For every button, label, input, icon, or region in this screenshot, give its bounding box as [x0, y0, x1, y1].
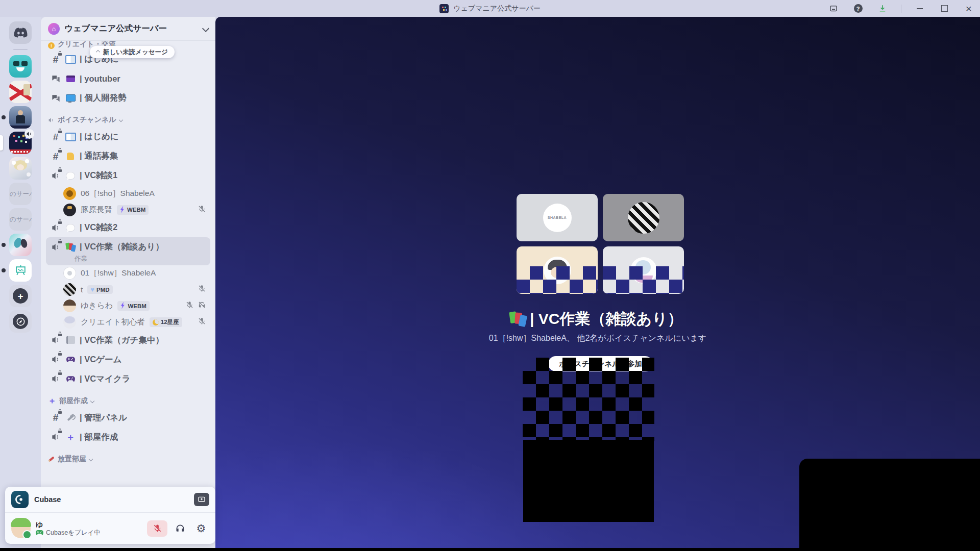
- channel-voice-lock: | VC作業（雑談あり）: [46, 237, 210, 257]
- add-server-button[interactable]: +: [9, 285, 32, 307]
- participant-tile[interactable]: SHABELA: [517, 194, 598, 241]
- channel-row[interactable]: | 個人開発勢: [46, 88, 210, 108]
- video-pip-tile[interactable]: [799, 459, 980, 551]
- avatar: [63, 267, 76, 280]
- channel-row[interactable]: | VCマイクラ: [46, 369, 210, 389]
- role-badge: WEBM: [117, 205, 149, 215]
- deafened-icon: [198, 300, 206, 311]
- channel-row[interactable]: #| 通話募集: [46, 146, 210, 166]
- server-webmania-pixel[interactable]: [9, 132, 32, 154]
- unread-pill-label: 新しい未読メッセージ: [103, 48, 168, 57]
- channel-row[interactable]: | VC雑談2: [46, 218, 210, 237]
- category-speaker[interactable]: ボイスチャンネル: [46, 113, 210, 127]
- voice-participant-row[interactable]: 06［!sho］ShabeleA: [59, 185, 210, 202]
- server-easel[interactable]: [9, 259, 32, 282]
- book-emoji-icon: [65, 132, 76, 142]
- gamepad-emoji-icon: [65, 355, 76, 365]
- bubble-emoji-icon: [65, 222, 76, 233]
- channel-row[interactable]: | VC作業（雑談あり）作業: [46, 237, 210, 265]
- alert-icon: !: [48, 42, 55, 49]
- tray-icon[interactable]: [827, 3, 840, 15]
- category-pencil[interactable]: 放置部屋: [46, 452, 210, 466]
- voice-participant-row[interactable]: 豚原長賢WEBM: [59, 202, 210, 218]
- avatar: [63, 283, 76, 296]
- server-suit-man[interactable]: [9, 106, 32, 129]
- voice-presence-line: 01［!shw］ShabeleA、 他2名がボイスチャンネルにいます: [215, 333, 980, 344]
- category-plus[interactable]: ＋部屋作成: [46, 394, 210, 408]
- participant-name: 06［!sho］ShabeleA: [81, 188, 155, 199]
- channel-name: | はじめに: [80, 131, 119, 142]
- voice-participant-row[interactable]: クリエイト初心者12星座: [59, 314, 210, 331]
- voice-channel-title: | VC作業（雑談あり）: [215, 309, 980, 330]
- server-anime-girl[interactable]: [9, 157, 32, 180]
- books-emoji-icon: [512, 314, 523, 324]
- channel-row[interactable]: | youtuber: [46, 69, 210, 88]
- participant-name: ゆきらわ: [81, 300, 113, 311]
- server-unloaded-2[interactable]: のサーバ: [9, 208, 32, 231]
- forum-channel-icon: [50, 93, 61, 103]
- hand-emoji-icon: [65, 151, 76, 161]
- participant-tile[interactable]: [517, 246, 598, 294]
- participant-name: 01［!shw］ShabeleA: [81, 268, 156, 279]
- unread-indicator-dot: [2, 268, 6, 272]
- channel-row[interactable]: #| はじめに: [46, 127, 210, 146]
- channel-row[interactable]: #| 管理パネル: [46, 408, 210, 428]
- bolt-icon: [120, 206, 125, 214]
- channel-row[interactable]: | VC雑談1: [46, 166, 210, 185]
- badge-text: 12星座: [161, 318, 179, 326]
- server-uk-collage[interactable]: [9, 81, 32, 103]
- download-update-icon[interactable]: [876, 3, 889, 15]
- category-label: 部屋作成: [59, 396, 88, 406]
- chevron-down-icon: [118, 118, 122, 122]
- discord-app-window: ウェブマニア公式サーバー ? × のサーバのサーバ+ ⌂ ウェブマニア公式サーバ…: [0, 0, 980, 551]
- hash-lock-icon: #: [50, 132, 61, 142]
- channel-hash-lock: #| はじめに: [46, 127, 210, 146]
- user-avatar[interactable]: [11, 519, 31, 538]
- channel-voice-lock: | VC作業（ガチ集中）: [46, 331, 210, 350]
- channel-voice-lock: | VCゲーム: [46, 350, 210, 369]
- teal-icon: [9, 55, 32, 78]
- screen-share-icon[interactable]: [194, 493, 209, 506]
- channel-voice-lock: ＋| 部屋作成: [46, 428, 210, 447]
- voice-channel-title-text: | VC作業（雑談あり）: [530, 309, 683, 330]
- glitch-artifact: [523, 358, 654, 441]
- mic-muted-icon: [185, 300, 194, 311]
- maximize-button[interactable]: [938, 3, 950, 15]
- unread-indicator-dot: [2, 243, 6, 247]
- settings-gear-button[interactable]: ⚙: [193, 520, 209, 537]
- help-icon[interactable]: ?: [852, 3, 864, 15]
- minimize-button[interactable]: [914, 3, 926, 15]
- channel-name: | 管理パネル: [80, 412, 127, 423]
- active-server-indicator: [0, 135, 3, 151]
- server-anime-pair[interactable]: [9, 234, 32, 256]
- participant-tile[interactable]: [603, 194, 684, 241]
- badge-text: WEBM: [128, 303, 146, 309]
- channel-row[interactable]: | VCゲーム: [46, 350, 210, 369]
- channel-name: | VC作業（ガチ集中）: [80, 335, 164, 346]
- new-unread-messages-pill[interactable]: 新しい未読メッセージ: [90, 46, 175, 58]
- voice-channel-stage: SHABELA | VC作業（雑談あり） 01［!shw］ShabeleA: [215, 17, 980, 551]
- channel-name: | VCマイクラ: [80, 373, 131, 385]
- channel-name: | 個人開発勢: [80, 92, 127, 104]
- discord-home-button[interactable]: [9, 21, 32, 44]
- suit-icon: [9, 106, 32, 129]
- hash-lock-icon: #: [50, 413, 61, 422]
- avatar: [63, 316, 76, 329]
- role-badge: ♥PMD: [87, 285, 112, 294]
- channel-name: | youtuber: [80, 74, 120, 84]
- channel-name: | 通話募集: [80, 151, 118, 162]
- close-button[interactable]: ×: [963, 3, 975, 15]
- voice-participant-row[interactable]: t♥PMD: [59, 282, 210, 298]
- explore-servers-button[interactable]: [9, 310, 32, 333]
- voice-participant-row[interactable]: 01［!shw］ShabeleA: [59, 265, 210, 282]
- server-teal-face[interactable]: [9, 55, 32, 78]
- participant-tile[interactable]: [603, 246, 684, 294]
- channel-row[interactable]: ＋| 部屋作成: [46, 428, 210, 447]
- rail-divider: [13, 49, 28, 50]
- server-header[interactable]: ⌂ ウェブマニア公式サーバー: [41, 17, 215, 41]
- mic-muted-button[interactable]: [147, 520, 167, 537]
- channel-row[interactable]: | VC作業（ガチ集中）: [46, 331, 210, 350]
- headphones-button[interactable]: [172, 520, 188, 537]
- server-unloaded-1[interactable]: のサーバ: [9, 183, 32, 205]
- voice-participant-row[interactable]: ゆきらわWEBM: [59, 298, 210, 314]
